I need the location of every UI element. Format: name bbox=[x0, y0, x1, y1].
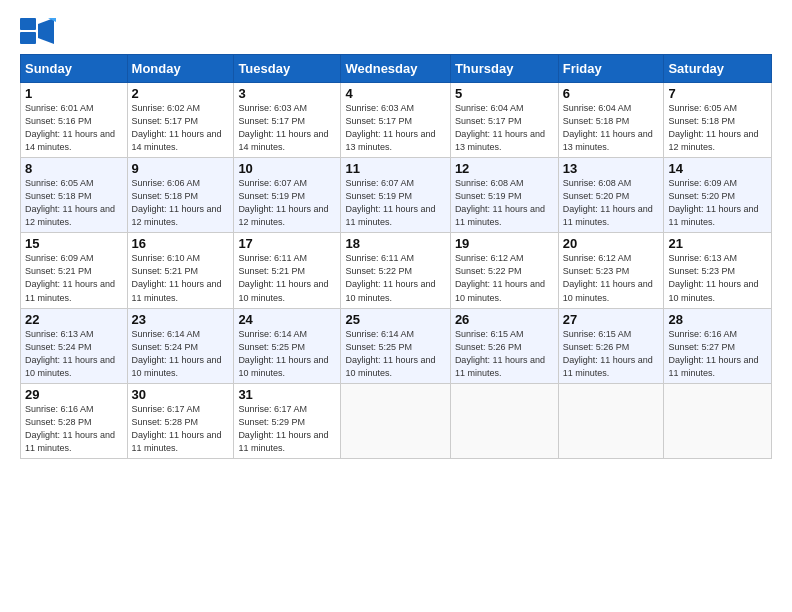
day-number: 13 bbox=[563, 161, 660, 176]
day-number: 22 bbox=[25, 312, 123, 327]
day-number: 9 bbox=[132, 161, 230, 176]
day-number: 30 bbox=[132, 387, 230, 402]
calendar-cell: 13 Sunrise: 6:08 AM Sunset: 5:20 PM Dayl… bbox=[558, 158, 664, 233]
calendar-cell: 28 Sunrise: 6:16 AM Sunset: 5:27 PM Dayl… bbox=[664, 308, 772, 383]
calendar-cell: 3 Sunrise: 6:03 AM Sunset: 5:17 PM Dayli… bbox=[234, 83, 341, 158]
calendar-cell: 31 Sunrise: 6:17 AM Sunset: 5:29 PM Dayl… bbox=[234, 383, 341, 458]
calendar-day-header: Sunday bbox=[21, 55, 128, 83]
day-number: 11 bbox=[345, 161, 445, 176]
day-info: Sunrise: 6:06 AM Sunset: 5:18 PM Dayligh… bbox=[132, 177, 230, 229]
day-number: 14 bbox=[668, 161, 767, 176]
calendar-cell: 20 Sunrise: 6:12 AM Sunset: 5:23 PM Dayl… bbox=[558, 233, 664, 308]
calendar-day-header: Friday bbox=[558, 55, 664, 83]
calendar-cell: 1 Sunrise: 6:01 AM Sunset: 5:16 PM Dayli… bbox=[21, 83, 128, 158]
calendar: SundayMondayTuesdayWednesdayThursdayFrid… bbox=[20, 54, 772, 459]
day-info: Sunrise: 6:13 AM Sunset: 5:23 PM Dayligh… bbox=[668, 252, 767, 304]
day-number: 8 bbox=[25, 161, 123, 176]
svg-rect-1 bbox=[20, 32, 36, 44]
day-number: 4 bbox=[345, 86, 445, 101]
calendar-cell: 23 Sunrise: 6:14 AM Sunset: 5:24 PM Dayl… bbox=[127, 308, 234, 383]
day-info: Sunrise: 6:16 AM Sunset: 5:27 PM Dayligh… bbox=[668, 328, 767, 380]
day-info: Sunrise: 6:07 AM Sunset: 5:19 PM Dayligh… bbox=[238, 177, 336, 229]
day-number: 29 bbox=[25, 387, 123, 402]
calendar-cell: 19 Sunrise: 6:12 AM Sunset: 5:22 PM Dayl… bbox=[450, 233, 558, 308]
day-info: Sunrise: 6:02 AM Sunset: 5:17 PM Dayligh… bbox=[132, 102, 230, 154]
header bbox=[20, 18, 772, 46]
logo-icon bbox=[20, 18, 56, 46]
calendar-cell: 15 Sunrise: 6:09 AM Sunset: 5:21 PM Dayl… bbox=[21, 233, 128, 308]
day-info: Sunrise: 6:05 AM Sunset: 5:18 PM Dayligh… bbox=[25, 177, 123, 229]
day-info: Sunrise: 6:10 AM Sunset: 5:21 PM Dayligh… bbox=[132, 252, 230, 304]
calendar-cell: 10 Sunrise: 6:07 AM Sunset: 5:19 PM Dayl… bbox=[234, 158, 341, 233]
day-number: 12 bbox=[455, 161, 554, 176]
calendar-day-header: Thursday bbox=[450, 55, 558, 83]
calendar-cell: 7 Sunrise: 6:05 AM Sunset: 5:18 PM Dayli… bbox=[664, 83, 772, 158]
day-info: Sunrise: 6:11 AM Sunset: 5:21 PM Dayligh… bbox=[238, 252, 336, 304]
day-info: Sunrise: 6:14 AM Sunset: 5:25 PM Dayligh… bbox=[238, 328, 336, 380]
day-number: 31 bbox=[238, 387, 336, 402]
calendar-cell: 17 Sunrise: 6:11 AM Sunset: 5:21 PM Dayl… bbox=[234, 233, 341, 308]
day-info: Sunrise: 6:15 AM Sunset: 5:26 PM Dayligh… bbox=[563, 328, 660, 380]
day-number: 6 bbox=[563, 86, 660, 101]
calendar-day-header: Tuesday bbox=[234, 55, 341, 83]
day-number: 7 bbox=[668, 86, 767, 101]
day-number: 23 bbox=[132, 312, 230, 327]
logo bbox=[20, 18, 62, 46]
day-info: Sunrise: 6:09 AM Sunset: 5:21 PM Dayligh… bbox=[25, 252, 123, 304]
day-number: 10 bbox=[238, 161, 336, 176]
calendar-week-row: 29 Sunrise: 6:16 AM Sunset: 5:28 PM Dayl… bbox=[21, 383, 772, 458]
day-info: Sunrise: 6:08 AM Sunset: 5:20 PM Dayligh… bbox=[563, 177, 660, 229]
calendar-cell: 11 Sunrise: 6:07 AM Sunset: 5:19 PM Dayl… bbox=[341, 158, 450, 233]
day-info: Sunrise: 6:15 AM Sunset: 5:26 PM Dayligh… bbox=[455, 328, 554, 380]
day-number: 19 bbox=[455, 236, 554, 251]
day-number: 25 bbox=[345, 312, 445, 327]
day-info: Sunrise: 6:16 AM Sunset: 5:28 PM Dayligh… bbox=[25, 403, 123, 455]
calendar-cell: 22 Sunrise: 6:13 AM Sunset: 5:24 PM Dayl… bbox=[21, 308, 128, 383]
calendar-cell: 26 Sunrise: 6:15 AM Sunset: 5:26 PM Dayl… bbox=[450, 308, 558, 383]
day-number: 27 bbox=[563, 312, 660, 327]
day-number: 3 bbox=[238, 86, 336, 101]
calendar-cell: 8 Sunrise: 6:05 AM Sunset: 5:18 PM Dayli… bbox=[21, 158, 128, 233]
day-info: Sunrise: 6:14 AM Sunset: 5:25 PM Dayligh… bbox=[345, 328, 445, 380]
calendar-cell: 25 Sunrise: 6:14 AM Sunset: 5:25 PM Dayl… bbox=[341, 308, 450, 383]
calendar-cell bbox=[341, 383, 450, 458]
day-number: 18 bbox=[345, 236, 445, 251]
day-number: 20 bbox=[563, 236, 660, 251]
calendar-cell bbox=[450, 383, 558, 458]
calendar-cell: 27 Sunrise: 6:15 AM Sunset: 5:26 PM Dayl… bbox=[558, 308, 664, 383]
day-number: 15 bbox=[25, 236, 123, 251]
day-info: Sunrise: 6:04 AM Sunset: 5:17 PM Dayligh… bbox=[455, 102, 554, 154]
calendar-day-header: Monday bbox=[127, 55, 234, 83]
calendar-cell bbox=[664, 383, 772, 458]
calendar-day-header: Saturday bbox=[664, 55, 772, 83]
day-info: Sunrise: 6:17 AM Sunset: 5:29 PM Dayligh… bbox=[238, 403, 336, 455]
svg-rect-0 bbox=[20, 18, 36, 30]
svg-marker-2 bbox=[38, 18, 54, 44]
calendar-cell: 29 Sunrise: 6:16 AM Sunset: 5:28 PM Dayl… bbox=[21, 383, 128, 458]
day-info: Sunrise: 6:01 AM Sunset: 5:16 PM Dayligh… bbox=[25, 102, 123, 154]
calendar-cell: 21 Sunrise: 6:13 AM Sunset: 5:23 PM Dayl… bbox=[664, 233, 772, 308]
calendar-header-row: SundayMondayTuesdayWednesdayThursdayFrid… bbox=[21, 55, 772, 83]
day-number: 2 bbox=[132, 86, 230, 101]
calendar-cell: 2 Sunrise: 6:02 AM Sunset: 5:17 PM Dayli… bbox=[127, 83, 234, 158]
calendar-cell: 30 Sunrise: 6:17 AM Sunset: 5:28 PM Dayl… bbox=[127, 383, 234, 458]
calendar-cell: 4 Sunrise: 6:03 AM Sunset: 5:17 PM Dayli… bbox=[341, 83, 450, 158]
day-info: Sunrise: 6:11 AM Sunset: 5:22 PM Dayligh… bbox=[345, 252, 445, 304]
day-number: 24 bbox=[238, 312, 336, 327]
day-info: Sunrise: 6:09 AM Sunset: 5:20 PM Dayligh… bbox=[668, 177, 767, 229]
day-number: 5 bbox=[455, 86, 554, 101]
calendar-cell bbox=[558, 383, 664, 458]
day-number: 28 bbox=[668, 312, 767, 327]
calendar-cell: 12 Sunrise: 6:08 AM Sunset: 5:19 PM Dayl… bbox=[450, 158, 558, 233]
page: SundayMondayTuesdayWednesdayThursdayFrid… bbox=[0, 0, 792, 612]
day-info: Sunrise: 6:04 AM Sunset: 5:18 PM Dayligh… bbox=[563, 102, 660, 154]
day-info: Sunrise: 6:14 AM Sunset: 5:24 PM Dayligh… bbox=[132, 328, 230, 380]
day-info: Sunrise: 6:05 AM Sunset: 5:18 PM Dayligh… bbox=[668, 102, 767, 154]
calendar-cell: 9 Sunrise: 6:06 AM Sunset: 5:18 PM Dayli… bbox=[127, 158, 234, 233]
calendar-cell: 16 Sunrise: 6:10 AM Sunset: 5:21 PM Dayl… bbox=[127, 233, 234, 308]
day-number: 1 bbox=[25, 86, 123, 101]
day-info: Sunrise: 6:03 AM Sunset: 5:17 PM Dayligh… bbox=[345, 102, 445, 154]
day-info: Sunrise: 6:03 AM Sunset: 5:17 PM Dayligh… bbox=[238, 102, 336, 154]
day-info: Sunrise: 6:07 AM Sunset: 5:19 PM Dayligh… bbox=[345, 177, 445, 229]
calendar-cell: 14 Sunrise: 6:09 AM Sunset: 5:20 PM Dayl… bbox=[664, 158, 772, 233]
